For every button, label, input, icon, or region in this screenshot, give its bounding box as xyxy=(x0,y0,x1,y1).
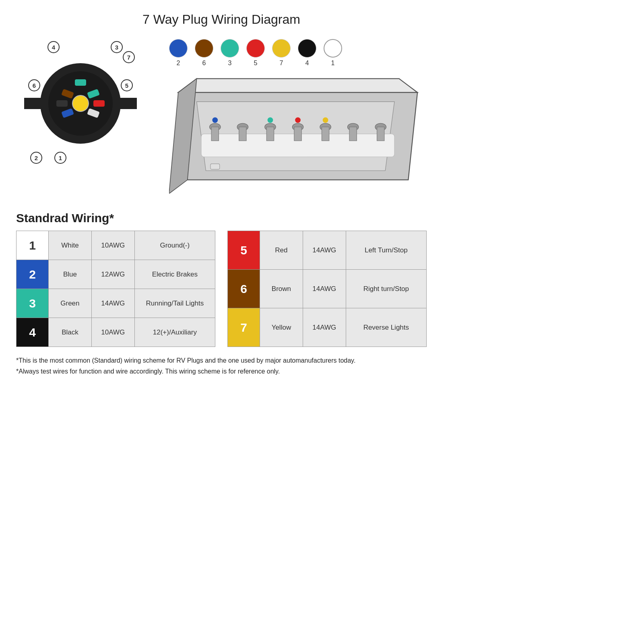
num-label-4: 4 xyxy=(47,41,60,53)
table-row: 1White10AWGGround(-) xyxy=(17,231,215,260)
num-label-7: 7 xyxy=(123,51,135,63)
wire-awg-cell: 14AWG xyxy=(303,270,346,308)
wire-function-cell: Left Turn/Stop xyxy=(346,231,426,270)
footer-notes: *This is the most common (Standard) wiri… xyxy=(16,355,427,377)
wire-number-cell: 6 xyxy=(228,270,260,308)
wire-color-name-cell: Yellow xyxy=(260,308,303,347)
color-legend-section: 2635741 xyxy=(169,39,427,195)
wire-awg-cell: 14AWG xyxy=(303,308,346,347)
wire-function-cell: 12(+)/Auxiliary xyxy=(134,318,215,347)
color-dot-item: 7 xyxy=(272,39,291,67)
wiring-title: Standrad Wiring* xyxy=(16,211,427,225)
svg-rect-19 xyxy=(266,127,274,140)
wire-awg-cell: 14AWG xyxy=(303,231,346,270)
color-dot-item: 2 xyxy=(169,39,188,67)
color-dot-item: 5 xyxy=(246,39,265,67)
wiring-section: Standrad Wiring* 1White10AWGGround(-)2Bl… xyxy=(16,211,427,347)
num-label-5: 5 xyxy=(121,79,133,91)
junction-box xyxy=(169,74,427,195)
wire-awg-cell: 14AWG xyxy=(91,289,134,318)
svg-point-26 xyxy=(323,117,328,123)
color-dot-item: 3 xyxy=(221,39,239,67)
table-row: 2Blue12AWGElectric Brakes xyxy=(17,260,215,289)
svg-rect-4 xyxy=(61,89,74,99)
svg-point-20 xyxy=(268,117,273,123)
wire-number-cell: 2 xyxy=(17,260,49,289)
table-row: 5Red14AWGLeft Turn/Stop xyxy=(228,231,427,270)
svg-point-0 xyxy=(72,95,89,111)
color-dot-item: 6 xyxy=(195,39,213,67)
num-label-2: 2 xyxy=(30,152,42,164)
plug-body xyxy=(40,63,121,144)
color-dot-number: 5 xyxy=(254,60,258,67)
wire-number-cell: 3 xyxy=(17,289,49,318)
table-row: 3Green14AWGRunning/Tail Lights xyxy=(17,289,215,318)
color-dot xyxy=(195,39,213,58)
wire-function-cell: Running/Tail Lights xyxy=(134,289,215,318)
wire-color-name-cell: Brown xyxy=(260,270,303,308)
num-label-3: 3 xyxy=(111,41,123,53)
color-dots: 2635741 xyxy=(169,39,342,67)
color-dot xyxy=(298,39,316,58)
color-dot-number: 1 xyxy=(331,60,335,67)
color-dot-number: 4 xyxy=(305,60,309,67)
plug-inner xyxy=(48,71,113,136)
color-dot-number: 6 xyxy=(202,60,206,67)
svg-rect-25 xyxy=(322,127,329,140)
wire-color-name-cell: Blue xyxy=(49,260,92,289)
svg-rect-22 xyxy=(294,127,301,140)
wire-function-cell: Ground(-) xyxy=(134,231,215,260)
svg-rect-14 xyxy=(211,127,219,140)
svg-point-23 xyxy=(295,117,301,123)
wire-awg-cell: 12AWG xyxy=(91,260,134,289)
svg-rect-31 xyxy=(211,164,220,169)
svg-point-15 xyxy=(212,117,218,123)
wire-function-cell: Right turn/Stop xyxy=(346,270,426,308)
wire-awg-cell: 10AWG xyxy=(91,318,134,347)
page-title: 7 Way Plug Wiring Diagram xyxy=(16,12,427,27)
tables-row: 1White10AWGGround(-)2Blue12AWGElectric B… xyxy=(16,231,427,347)
left-wiring-table: 1White10AWGGround(-)2Blue12AWGElectric B… xyxy=(16,231,215,347)
color-dot xyxy=(169,39,188,58)
svg-rect-5 xyxy=(93,100,105,107)
color-dot xyxy=(246,39,265,58)
top-section: 6 5 4 3 7 1 2 2635741 xyxy=(16,39,427,195)
num-label-6: 6 xyxy=(28,79,40,91)
color-dot xyxy=(324,39,342,58)
wire-color-name-cell: Black xyxy=(49,318,92,347)
svg-rect-3 xyxy=(87,89,100,99)
wire-color-name-cell: Green xyxy=(49,289,92,318)
wire-number-cell: 5 xyxy=(228,231,260,270)
color-dot xyxy=(221,39,239,58)
color-dot-item: 4 xyxy=(298,39,316,67)
wire-number-cell: 1 xyxy=(17,231,49,260)
plug-diagram: 6 5 4 3 7 1 2 xyxy=(16,39,145,168)
wire-color-name-cell: Red xyxy=(260,231,303,270)
table-row: 4Black10AWG12(+)/Auxiliary xyxy=(17,318,215,347)
color-dot-number: 2 xyxy=(177,60,180,67)
wire-color-name-cell: White xyxy=(49,231,92,260)
svg-rect-7 xyxy=(75,79,86,86)
wire-awg-cell: 10AWG xyxy=(91,231,134,260)
footnote-2: *Always test wires for function and wire… xyxy=(16,366,427,377)
svg-rect-6 xyxy=(56,100,68,107)
svg-rect-28 xyxy=(349,127,357,140)
wire-function-cell: Reverse Lights xyxy=(346,308,426,347)
table-row: 6Brown14AWGRight turn/Stop xyxy=(228,270,427,308)
color-dot-number: 7 xyxy=(280,60,283,67)
right-wiring-table: 5Red14AWGLeft Turn/Stop6Brown14AWGRight … xyxy=(227,231,427,347)
svg-rect-2 xyxy=(61,108,74,118)
color-dot-item: 1 xyxy=(324,39,342,67)
table-row: 7Yellow14AWGReverse Lights xyxy=(228,308,427,347)
wire-number-cell: 4 xyxy=(17,318,49,347)
wire-function-cell: Electric Brakes xyxy=(134,260,215,289)
color-dot xyxy=(272,39,291,58)
num-label-1: 1 xyxy=(54,152,66,164)
svg-marker-9 xyxy=(178,78,417,92)
wire-number-cell: 7 xyxy=(228,308,260,347)
svg-rect-17 xyxy=(239,127,246,140)
footnote-1: *This is the most common (Standard) wiri… xyxy=(16,355,427,366)
color-dot-number: 3 xyxy=(228,60,232,67)
svg-rect-30 xyxy=(377,127,384,140)
svg-rect-1 xyxy=(87,108,100,118)
